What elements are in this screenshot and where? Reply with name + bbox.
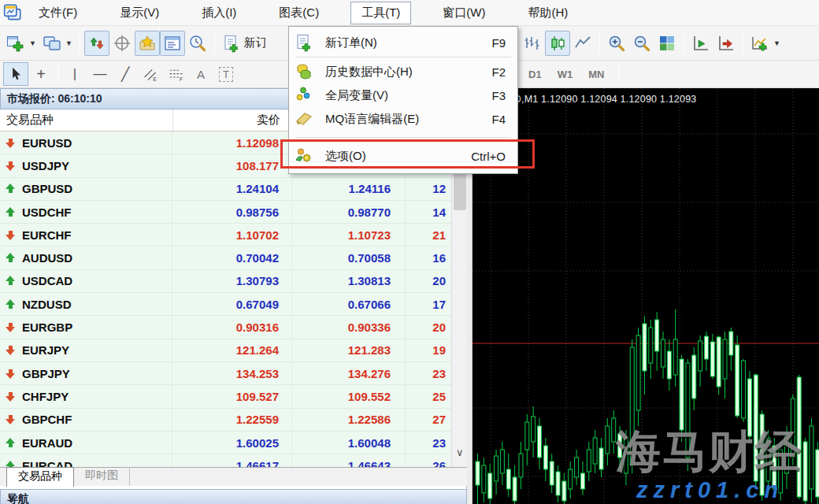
bar-chart-icon[interactable] (520, 31, 545, 56)
chart-shift-icon[interactable] (713, 31, 739, 56)
candle (476, 461, 480, 485)
table-row[interactable]: EURJPY121.264121.28319 (0, 339, 451, 362)
candle (643, 324, 647, 371)
chevron-down-icon[interactable]: ▼ (773, 39, 780, 47)
toolbar-separator (684, 33, 684, 54)
indicators-icon[interactable] (747, 31, 773, 56)
equidistant-channel-icon[interactable] (138, 62, 163, 86)
symbol-cell: EURAUD (0, 432, 172, 454)
trend-down-icon (6, 391, 15, 402)
menu-item-v[interactable]: 全局变量(V)F3 (289, 83, 517, 107)
candle (717, 337, 721, 387)
table-row[interactable]: NZDUSD0.670490.6706617 (0, 293, 451, 316)
timeframe-w1[interactable]: W1 (552, 65, 579, 84)
menubar-item-5[interactable]: 工具(T) (350, 2, 411, 24)
menu-separator (295, 137, 511, 138)
profiles-icon[interactable] (39, 31, 65, 56)
column-header-sell[interactable]: 卖价 (172, 109, 292, 131)
timeframe-d1[interactable]: D1 (523, 65, 547, 84)
navigator-icon[interactable] (135, 31, 160, 56)
zoom-in-icon[interactable] (604, 31, 629, 56)
auto-scroll-icon[interactable] (688, 31, 713, 56)
cursor-icon[interactable] (3, 62, 28, 86)
table-row[interactable]: AUDUSD0.700420.7005816 (0, 246, 451, 269)
chevron-down-icon[interactable]: ▼ (29, 39, 36, 47)
tab-symbols[interactable]: 交易品种 (6, 467, 74, 487)
table-row[interactable]: EURAUD1.600251.6004823 (0, 432, 451, 454)
crosshair-icon[interactable]: + (28, 62, 54, 86)
menubar-item-3[interactable]: 插入(I) (191, 2, 247, 24)
menubar-item-1[interactable]: 文件(F) (28, 2, 88, 24)
buy-value: 0.70058 (292, 246, 406, 269)
symbol-name: GBPCHF (22, 413, 72, 426)
vertical-line-icon[interactable]: | (62, 62, 87, 86)
strategy-tester-icon[interactable] (185, 31, 210, 56)
candle (569, 469, 573, 489)
text-icon[interactable]: A (188, 62, 213, 86)
spread-value: 25 (406, 385, 451, 407)
market-watch-rows: EURUSD1.12098USDJPY108.177GBPUSD1.241041… (0, 132, 451, 467)
trend-up-icon (6, 183, 15, 194)
sell-value: 109.527 (172, 385, 292, 407)
trend-up-icon (6, 461, 15, 467)
table-row[interactable]: USDCAD1.307931.3081320 (0, 270, 451, 293)
table-row[interactable]: EURCAD1.466171.4664326 (0, 454, 451, 467)
text-label-icon[interactable]: T (213, 62, 239, 86)
spread-value: 23 (406, 362, 451, 384)
candlestick-icon[interactable] (545, 31, 570, 56)
trendline-icon[interactable]: ╱ (113, 62, 138, 86)
candle (587, 450, 591, 472)
toolbar-separator (214, 33, 215, 54)
scroll-down-icon[interactable]: ∨ (456, 447, 464, 458)
menu-item-label: 历史数据中心(H) (325, 65, 491, 80)
spread-value: 19 (406, 339, 451, 361)
market-watch-icon[interactable] (84, 31, 109, 56)
table-row[interactable]: GBPCHF1.225591.2258627 (0, 409, 451, 432)
trend-down-icon (6, 230, 15, 240)
data-window-icon[interactable] (109, 31, 135, 56)
watermark-text: 海马财经 (616, 422, 802, 483)
zoom-out-icon[interactable] (629, 31, 654, 56)
new-order-icon[interactable] (219, 31, 244, 56)
symbol-name: EURJPY (22, 343, 69, 357)
menubar-item-7[interactable]: 帮助(H) (517, 2, 579, 24)
new-order-icon (295, 33, 315, 52)
candle (543, 446, 547, 469)
menu-item-n[interactable]: 新订单(N)F9 (289, 31, 517, 54)
table-row[interactable]: GBPJPY134.253134.27623 (0, 362, 451, 385)
menu-item-h[interactable]: 历史数据中心(H)F2 (289, 60, 517, 83)
chevron-down-icon[interactable]: ▼ (65, 39, 72, 47)
tile-windows-icon[interactable] (654, 31, 680, 56)
table-row[interactable]: EURGBP0.903160.9033620 (0, 316, 451, 339)
trend-up-icon (6, 276, 15, 286)
menu-item-mqe[interactable]: MQ语言编辑器(E)F4 (289, 107, 517, 131)
toolbar-separator (57, 64, 58, 84)
buy-value: 121.283 (292, 339, 406, 361)
trend-up-icon (6, 207, 15, 217)
table-row[interactable]: CHFJPY109.527109.55225 (0, 385, 451, 408)
candle (612, 418, 616, 442)
new-order-button-label[interactable]: 新订单 (244, 35, 265, 50)
table-row[interactable]: USDCHF0.987560.9877014 (0, 201, 451, 224)
symbol-name: USDCAD (22, 274, 72, 287)
new-chart-icon[interactable] (3, 31, 28, 56)
buy-value: 0.90336 (292, 316, 406, 338)
line-chart-icon[interactable] (570, 31, 595, 56)
terminal-icon[interactable] (160, 31, 185, 56)
table-row[interactable]: EURCHF1.107021.1072321 (0, 224, 451, 246)
menu-item-shortcut: F4 (491, 113, 506, 126)
timeframe-mn[interactable]: MN (583, 65, 610, 84)
fibonacci-icon[interactable] (163, 62, 188, 86)
menubar-item-6[interactable]: 窗口(W) (432, 2, 496, 24)
toolbar-separator (743, 33, 743, 54)
collapse-icon[interactable]: ∨ (7, 491, 458, 504)
table-row[interactable]: GBPUSD1.241041.2411612 (0, 178, 451, 201)
column-header-symbol[interactable]: 交易品种 (0, 113, 172, 128)
sell-value: 1.30793 (172, 270, 292, 292)
symbol-name: USDCHF (22, 206, 72, 219)
menubar-item-2[interactable]: 显示(V) (109, 2, 170, 24)
navigator-panel-header[interactable]: 导航 ∨ (0, 489, 467, 504)
menubar-item-4[interactable]: 图表(C) (268, 2, 330, 24)
tab-tick-chart[interactable]: 即时图 (74, 467, 130, 486)
horizontal-line-icon[interactable]: — (87, 62, 113, 86)
